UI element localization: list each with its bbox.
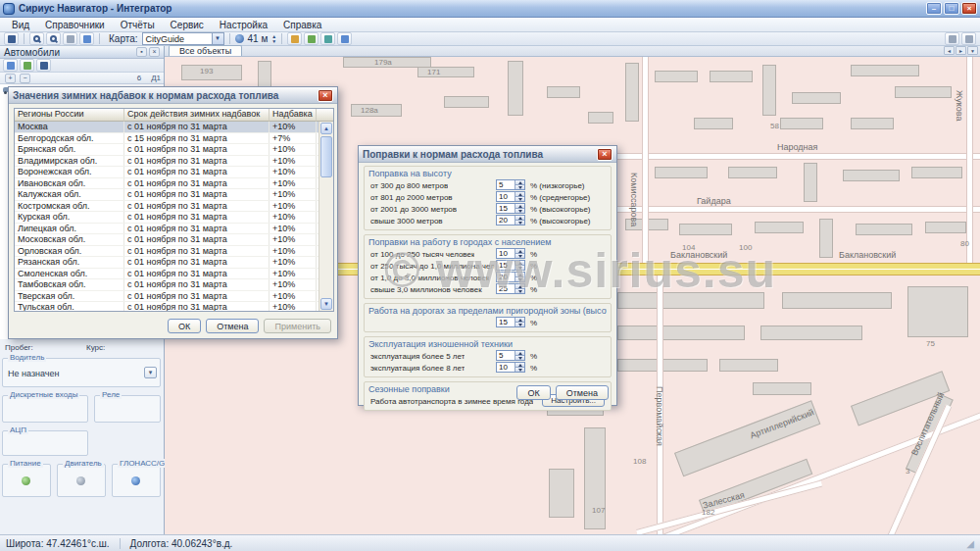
region-row[interactable]: Костромская обл.с 01 ноября по 31 марта+…	[15, 201, 318, 213]
pan-icon[interactable]	[63, 32, 77, 45]
spinner-down-icon[interactable]	[515, 253, 524, 258]
value-spinner[interactable]: 15	[496, 203, 525, 214]
scroll-down-icon[interactable]: ▼	[320, 298, 332, 310]
cancel-button[interactable]: Отмена	[556, 385, 609, 400]
region-row[interactable]: Ивановская обл.с 01 ноября по 31 марта+1…	[15, 178, 318, 190]
panel-close-icon[interactable]: ×	[149, 47, 160, 57]
ruler-icon[interactable]	[287, 32, 302, 45]
region-row[interactable]: Рязанская обл.с 01 ноября по 31 марта+10…	[15, 257, 318, 269]
driver-menu-button[interactable]: ▾	[144, 367, 157, 378]
spinner-down-icon[interactable]	[515, 208, 524, 213]
menu-item[interactable]: Настройка	[212, 19, 275, 31]
ok-button[interactable]: ОК	[168, 319, 201, 333]
tab-list-icon[interactable]: ▼	[967, 46, 978, 55]
region-row[interactable]: Москвас 01 ноября по 31 марта+10%	[15, 122, 318, 133]
cancel-button[interactable]: Отмена	[206, 319, 259, 333]
region-row[interactable]: Белгородская обл.с 15 ноября по 31 марта…	[15, 133, 318, 145]
region-row[interactable]: Воронежская обл.с 01 ноября по 31 марта+…	[15, 167, 318, 178]
maximize-icon[interactable]: □	[944, 2, 959, 15]
region-row[interactable]: Брянская обл.с 01 ноября по 31 марта+10%	[15, 144, 318, 156]
region-cell: Тамбовская обл.	[15, 279, 124, 290]
value-spinner[interactable]: 20	[496, 215, 525, 225]
street-gaidara	[611, 206, 980, 213]
corrections-dialog-titlebar[interactable]: Поправки к нормам расхода топлива ×	[359, 146, 616, 163]
open-map-icon[interactable]	[4, 32, 19, 45]
region-row[interactable]: Владимирская обл.с 01 ноября по 31 марта…	[15, 156, 318, 168]
zoom-in-icon[interactable]	[29, 32, 44, 45]
pin-icon[interactable]: ▪	[136, 47, 147, 57]
grid-view-icon[interactable]	[961, 32, 976, 45]
spinner-down-icon[interactable]	[515, 322, 524, 326]
value-spinner[interactable]: 10	[496, 362, 525, 373]
corrections-dialog-close-icon[interactable]: ×	[597, 148, 612, 161]
spinner-down-icon[interactable]	[515, 367, 524, 372]
menu-item[interactable]: Отчёты	[113, 19, 163, 31]
chevron-down-icon[interactable]: ▼	[212, 33, 223, 44]
scroll-up-icon[interactable]: ▲	[320, 123, 332, 134]
menu-item[interactable]: Справочники	[37, 19, 113, 31]
value-spinner[interactable]: 5	[496, 179, 525, 190]
region-row[interactable]: Смоленская обл.с 01 ноября по 31 марта+1…	[15, 269, 318, 280]
resize-grip-icon[interactable]: ◢	[966, 538, 974, 549]
spinner-down-icon[interactable]	[515, 220, 524, 225]
column-header-region[interactable]: Регионы России	[15, 109, 124, 122]
value-spinner[interactable]: 20	[496, 272, 525, 282]
close-icon[interactable]: ×	[961, 2, 977, 15]
map-select[interactable]: CityGuide ▼	[142, 32, 224, 45]
tab-scroll-left-icon[interactable]: ◄	[944, 46, 955, 55]
scale-stepper[interactable]: ▲▼	[271, 34, 276, 43]
spinner-down-icon[interactable]	[515, 184, 524, 189]
value-spinner[interactable]: 15	[496, 317, 525, 327]
region-row[interactable]: Московская обл.с 01 ноября по 31 марта+1…	[15, 234, 318, 246]
value-spinner[interactable]: 10	[496, 191, 525, 202]
table-scrollbar[interactable]: ▲ ▼	[318, 122, 333, 311]
region-row[interactable]: Тульская обл.с 01 ноября по 31 марта+10%	[15, 302, 318, 311]
spinner-down-icon[interactable]	[515, 355, 524, 360]
tab-scroll-right-icon[interactable]: ►	[956, 46, 966, 55]
value-spinner[interactable]: 15	[496, 260, 525, 271]
region-row[interactable]: Тамбовская обл.с 01 ноября по 31 марта+1…	[15, 279, 318, 291]
winter-dialog-close-icon[interactable]: ×	[318, 89, 333, 102]
ok-button[interactable]: ОК	[516, 385, 550, 400]
tab-all-objects[interactable]: Все объекты	[169, 45, 242, 56]
column-header-period[interactable]: Срок действия зимних надбавок	[124, 109, 270, 122]
objects-icon[interactable]	[337, 32, 352, 45]
vehicle-icon[interactable]	[3, 59, 18, 72]
region-row[interactable]: Калужская обл.с 01 ноября по 31 марта+10…	[15, 189, 318, 201]
region-row[interactable]: Орловская обл.с 01 ноября по 31 марта+10…	[15, 246, 318, 258]
list-view-icon[interactable]	[945, 32, 959, 45]
correction-label: от 1,0 до 3,0 миллионов человек	[370, 274, 489, 282]
winter-dialog-titlebar[interactable]: Значения зимних надбавок к нормам расход…	[9, 87, 337, 104]
value-spinner[interactable]: 25	[496, 283, 525, 294]
apply-button[interactable]: Применить	[264, 319, 331, 333]
list-header-count: 6	[137, 74, 141, 82]
winter-dialog-title: Значения зимних надбавок к нормам расход…	[13, 90, 278, 101]
spinner-down-icon[interactable]	[515, 288, 524, 293]
building	[625, 63, 639, 122]
track-icon[interactable]	[304, 32, 318, 45]
correction-suffix: % (высокогорье)	[530, 217, 591, 225]
zoom-out-icon[interactable]	[46, 32, 61, 45]
menu-item[interactable]: Вид	[4, 19, 37, 31]
value-spinner[interactable]: 5	[496, 350, 525, 361]
spinner-down-icon[interactable]	[515, 196, 524, 201]
window-titlebar[interactable]: Сириус Навигатор - Интегратор – □ ×	[0, 0, 980, 18]
spinner-down-icon[interactable]	[515, 276, 524, 281]
column-header-allowance[interactable]: Надбавка	[270, 109, 317, 122]
region-row[interactable]: Липецкая обл.с 01 ноября по 31 марта+10%	[15, 224, 318, 235]
expand-all-icon[interactable]: +	[5, 74, 16, 83]
select-icon[interactable]	[79, 32, 94, 45]
menu-item[interactable]: Справка	[275, 19, 329, 31]
region-row[interactable]: Тверская обл.с 01 ноября по 31 марта+10%	[15, 291, 318, 303]
driver-icon[interactable]	[20, 59, 34, 72]
collapse-all-icon[interactable]: −	[20, 74, 30, 83]
status-icon[interactable]	[36, 59, 51, 72]
value-spinner[interactable]: 10	[496, 248, 525, 259]
scrollbar-thumb[interactable]	[320, 136, 332, 177]
spinner-down-icon[interactable]	[515, 265, 524, 270]
winter-allowances-dialog: Значения зимних надбавок к нормам расход…	[8, 86, 338, 339]
minimize-icon[interactable]: –	[926, 2, 942, 15]
layers-icon[interactable]	[320, 32, 335, 45]
region-row[interactable]: Курская обл.с 01 ноября по 31 марта+10%	[15, 212, 318, 224]
menu-item[interactable]: Сервис	[163, 19, 212, 31]
